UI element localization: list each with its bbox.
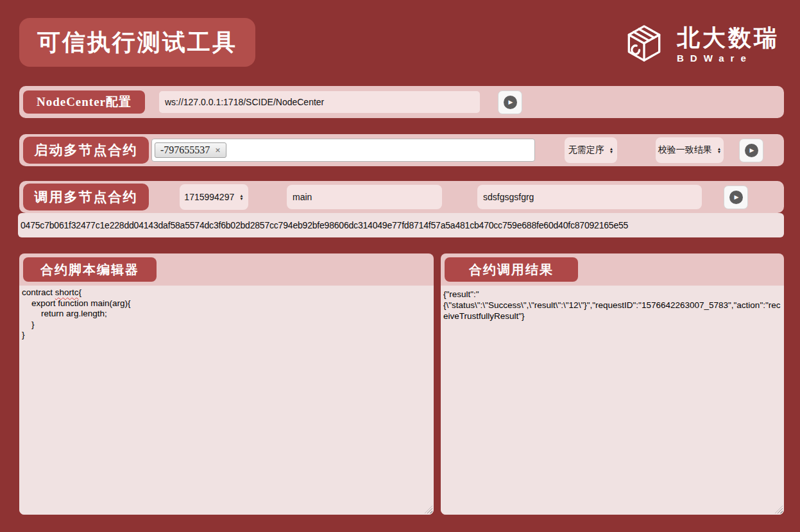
start-contract-run-button[interactable]: ▶ (739, 139, 763, 162)
brand-name-en: BDWare (677, 53, 753, 64)
order-mode-select[interactable]: 无需定序 ▲▼ (565, 137, 617, 163)
result-panel: 合约调用结果 {"result":" {\"status\":\"Success… (441, 253, 784, 515)
select-arrows-icon: ▲▼ (717, 147, 721, 154)
contract-id-select[interactable]: 1715994297 ▲▼ (180, 184, 248, 210)
page-title: 可信执行测试工具 (19, 18, 255, 67)
contract-hash-output: 0475c7b061f32477c1e228dd04143daf58a5574d… (18, 213, 784, 237)
verify-mode-select[interactable]: 校验一致结果 ▲▼ (656, 137, 724, 163)
brand-text: 北大数瑞 BDWare (677, 25, 779, 64)
tag-text: -797655537 (160, 144, 210, 156)
result-panel-title: 合约调用结果 (445, 257, 578, 282)
nodecenter-config-row: NodeCenter配置 ▶ (19, 86, 784, 118)
nodecenter-url-input[interactable] (159, 91, 480, 113)
contract-id-tag: -797655537 × (155, 142, 226, 158)
app-window: 可信执行测试工具 北大数瑞 BDWare NodeCenter配置 (0, 0, 800, 532)
brand-logo: 北大数瑞 BDWare (620, 21, 779, 68)
select-arrows-icon: ▲▼ (609, 147, 613, 154)
contract-id-value: 1715994297 (184, 192, 234, 202)
result-panel-header: 合约调用结果 (441, 253, 784, 286)
call-contract-run-button[interactable]: ▶ (724, 185, 748, 209)
verify-mode-value: 校验一致结果 (658, 144, 712, 156)
code-misspelled-word: shortc (55, 287, 79, 297)
header: 可信执行测试工具 北大数瑞 BDWare (0, 0, 800, 68)
contract-result-output[interactable]: {"result":" {\"status\":\"Success\",\"re… (441, 286, 784, 515)
call-contract-row: 调用多节点合约 1715994297 ▲▼ ▶ (19, 181, 784, 213)
start-contract-row: 启动多节点合约 -797655537 × 无需定序 ▲▼ 校验一致结果 ▲▼ ▶ (19, 134, 784, 166)
play-icon: ▶ (504, 96, 517, 109)
editor-panel: 合约脚本编辑器 contract shortc{ export function… (19, 253, 434, 515)
order-mode-value: 无需定序 (568, 144, 604, 156)
call-contract-label: 调用多节点合约 (23, 184, 149, 210)
code-segment: contract (22, 287, 55, 297)
start-contract-label: 启动多节点合约 (23, 137, 149, 164)
panels-row: 合约脚本编辑器 contract shortc{ export function… (19, 253, 784, 515)
play-icon: ▶ (745, 144, 758, 157)
bdware-logo-icon (620, 21, 668, 68)
select-arrows-icon: ▲▼ (239, 194, 243, 201)
play-icon: ▶ (729, 191, 743, 204)
brand-name-cn: 北大数瑞 (677, 25, 779, 51)
editor-panel-header: 合约脚本编辑器 (19, 253, 434, 286)
editor-panel-title: 合约脚本编辑器 (23, 257, 157, 282)
nodecenter-run-button[interactable]: ▶ (498, 90, 522, 114)
tag-close-icon[interactable]: × (215, 146, 221, 155)
contract-tags-input[interactable]: -797655537 × (151, 139, 535, 162)
method-name-input[interactable] (287, 185, 442, 209)
nodecenter-config-label: NodeCenter配置 (23, 90, 145, 114)
argument-input[interactable] (477, 185, 702, 209)
contract-code-editor[interactable]: contract shortc{ export function main(ar… (19, 286, 434, 515)
